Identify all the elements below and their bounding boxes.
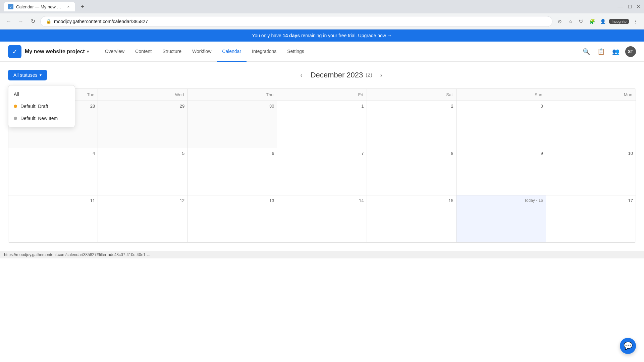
calendar-cell[interactable] [546, 101, 636, 148]
calendar-cell[interactable]: 12 [98, 195, 187, 242]
status-filter-button[interactable]: All statuses ▾ [8, 70, 47, 80]
next-month-button[interactable]: › [378, 70, 385, 80]
day-number: 9 [459, 151, 543, 156]
tab-favicon: ✓ [8, 4, 13, 9]
draft-status-dot [14, 105, 17, 108]
calendar-cell[interactable]: 2 [367, 101, 457, 148]
project-selector[interactable]: My new website project ▾ [25, 49, 89, 55]
day-number: 12 [101, 198, 184, 203]
window-close-button[interactable]: × [637, 4, 640, 10]
day-number: 7 [280, 151, 364, 156]
tab-close-button[interactable]: × [66, 4, 71, 9]
chat-icon: 💬 [624, 342, 633, 350]
prev-month-button[interactable]: ‹ [298, 70, 305, 80]
shield-button[interactable]: 🛡 [577, 17, 586, 26]
calendar-cell[interactable]: 11 [8, 195, 98, 242]
dropdown-item-new-item[interactable]: Default: New Item [8, 112, 75, 124]
new-item-label: Default: New Item [20, 116, 58, 121]
extension-button[interactable]: 🧩 [587, 17, 597, 26]
profile-button[interactable]: 👤 [598, 17, 607, 26]
forward-button[interactable]: → [16, 17, 25, 26]
day-header-sat: Sat [367, 89, 457, 101]
menu-button[interactable]: ⋮ [631, 17, 640, 26]
calendar-cell[interactable]: 15 [367, 195, 457, 242]
day-number: 30 [190, 104, 274, 109]
logo-checkmark-icon: ✓ [12, 48, 18, 56]
day-header-mon: Mon [546, 89, 636, 101]
day-number: 3 [459, 104, 543, 109]
calendar-cell[interactable]: 4 [8, 148, 98, 195]
calendar-grid: Tue Wed Thu Fri Sat Sun Mon 28 29 [8, 88, 636, 243]
main-content: All statuses ▾ ‹ December 2023 (2) › All [0, 62, 644, 251]
nav-item-integrations[interactable]: Integrations [247, 42, 282, 62]
calendar-cell[interactable]: 7 [277, 148, 367, 195]
header-actions: 🔍 📋 👥 ST [581, 46, 636, 57]
logo-icon[interactable]: ✓ [8, 45, 21, 58]
calendar-cell[interactable]: 10 [546, 148, 636, 195]
calendar-cell[interactable]: 14 [277, 195, 367, 242]
day-number: 15 [370, 198, 453, 203]
day-number: 6 [190, 151, 274, 156]
team-button[interactable]: 👥 [610, 46, 621, 57]
calendar-week-1: 28 29 30 1 2 3 [8, 101, 636, 148]
user-avatar[interactable]: ST [625, 46, 636, 57]
status-dropdown: All Default: Draft Default: New Item [8, 85, 75, 127]
bookmark-button[interactable]: ☆ [566, 17, 575, 26]
calendar-week-3: 11 12 13 14 15 Today - 16 [8, 195, 636, 242]
calendar-cell[interactable]: 17 [546, 195, 636, 242]
reload-button[interactable]: ↻ [28, 17, 38, 26]
dropdown-item-draft[interactable]: Default: Draft [8, 100, 75, 112]
nav-item-overview[interactable]: Overview [100, 42, 130, 62]
new-item-status-dot [14, 117, 17, 120]
tab-title: Calendar — My new website p... [16, 4, 63, 9]
calendar-cell[interactable]: 8 [367, 148, 457, 195]
calendar-cell[interactable]: 3 [457, 101, 546, 148]
ssl-lock-icon: 🔒 [46, 19, 51, 24]
back-button[interactable]: ← [4, 17, 13, 26]
day-number: 1 [280, 104, 364, 109]
address-bar[interactable]: 🔒 moodjoy.gathercontent.com/calendar/385… [40, 16, 552, 27]
dropdown-item-all[interactable]: All [8, 88, 75, 100]
calendar-cell[interactable]: 9 [457, 148, 546, 195]
calendar-header: All statuses ▾ ‹ December 2023 (2) › [8, 70, 636, 80]
day-header-wed: Wed [98, 89, 187, 101]
nav-item-structure[interactable]: Structure [157, 42, 187, 62]
trial-banner-text-before: You only have [252, 33, 282, 38]
calendar-week-2: 4 5 6 7 8 9 [8, 148, 636, 195]
day-header-thu: Thu [187, 89, 277, 101]
browser-tab[interactable]: ✓ Calendar — My new website p... × [4, 2, 75, 11]
day-header-fri: Fri [277, 89, 367, 101]
nav-item-workflow[interactable]: Workflow [187, 42, 217, 62]
nav-item-calendar[interactable]: Calendar [217, 42, 247, 62]
project-name-text: My new website project [25, 49, 85, 55]
calendar-cell[interactable]: 1 [277, 101, 367, 148]
day-number: 8 [370, 151, 453, 156]
window-minimize-button[interactable]: — [618, 4, 623, 10]
calendar-cell[interactable]: 30 [187, 101, 277, 148]
month-title: December 2023 (2) [311, 71, 372, 79]
chat-bubble-button[interactable]: 💬 [620, 338, 636, 354]
trial-days: 14 days [283, 33, 300, 38]
new-tab-button[interactable]: + [78, 2, 87, 11]
calendar-cell[interactable]: 29 [98, 101, 187, 148]
nav-item-settings[interactable]: Settings [282, 42, 310, 62]
calendar-cell-today[interactable]: Today - 16 [457, 195, 546, 242]
calendar-cell[interactable]: 13 [187, 195, 277, 242]
nav-item-content[interactable]: Content [130, 42, 157, 62]
month-nav: ‹ December 2023 (2) › [298, 70, 385, 80]
day-number: 29 [101, 104, 184, 109]
browser-chrome: ✓ Calendar — My new website p... × + — □… [0, 0, 644, 29]
day-header-sun: Sun [457, 89, 546, 101]
eyedropper-button[interactable]: ⊙ [555, 17, 565, 26]
calendar-cell[interactable]: 6 [187, 148, 277, 195]
tasks-button[interactable]: 📋 [596, 46, 606, 57]
browser-controls: ← → ↻ 🔒 moodjoy.gathercontent.com/calend… [0, 13, 644, 29]
window-maximize-button[interactable]: □ [628, 4, 632, 10]
search-button[interactable]: 🔍 [581, 46, 592, 57]
all-label: All [14, 92, 19, 97]
status-bar-url: https://moodjoy.gathercontent.com/calend… [4, 252, 150, 257]
trial-banner: You only have 14 days remaining in your … [0, 29, 644, 42]
calendar-body: 28 29 30 1 2 3 [8, 101, 636, 242]
filter-button-label: All statuses [13, 72, 38, 78]
calendar-cell[interactable]: 5 [98, 148, 187, 195]
